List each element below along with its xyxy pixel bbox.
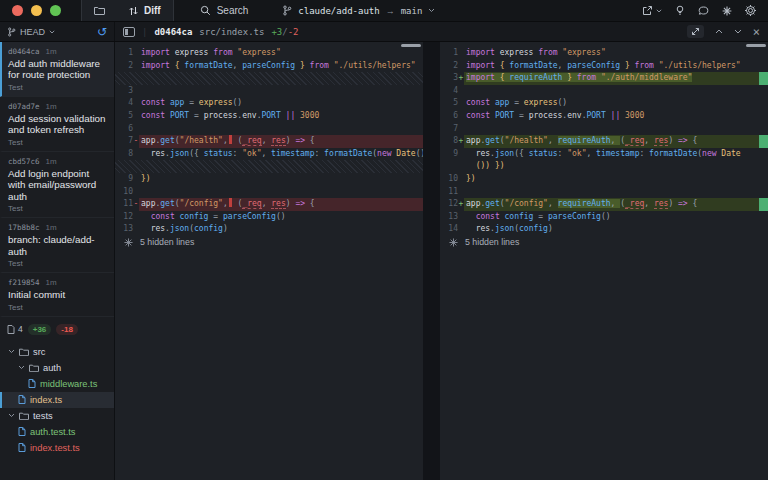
line-number-gutter: 5 <box>440 97 464 110</box>
chevron-down-icon[interactable] <box>8 349 15 354</box>
diff-line: 6 <box>115 123 423 136</box>
history-button[interactable]: ↺ <box>97 26 107 38</box>
scrollbar-thumb[interactable] <box>746 44 766 47</box>
commit-item-f219854[interactable]: f2198541mInitial commitTest <box>0 273 114 316</box>
tab-files[interactable] <box>82 0 117 21</box>
folder-icon <box>29 364 39 372</box>
minimize-window-button[interactable] <box>31 5 42 16</box>
diff-line: 14 res.json(config) <box>440 223 768 236</box>
code-text: res.json(config) <box>139 223 423 236</box>
tree-item-tests[interactable]: tests <box>0 408 114 424</box>
line-number-gutter: 3+ <box>440 72 464 85</box>
tree-item-label: auth.test.ts <box>30 427 75 437</box>
line-number-gutter: 11 <box>440 186 464 199</box>
diff-compare-icon <box>129 6 138 16</box>
commit-age: 1m <box>46 223 57 232</box>
diff-line-added: 12+app.get("/config", requireAuth, (_req… <box>440 198 768 211</box>
line-number-gutter: 2 <box>440 60 464 73</box>
diff-line: 3 <box>115 85 423 98</box>
code-text: app.get("/config", requireAuth, (_req, r… <box>464 198 768 211</box>
pane-divider[interactable] <box>423 42 440 480</box>
commit-hash: d0464ca <box>154 27 192 37</box>
chevron-down-icon[interactable] <box>18 365 25 370</box>
diff-pane-after: 1import express from "express"2import { … <box>440 42 768 480</box>
code-text <box>464 186 768 199</box>
close-window-button[interactable] <box>12 5 23 16</box>
code-text <box>464 123 768 136</box>
line-number-gutter: 7- <box>115 135 139 148</box>
diff-line: 9}) <box>115 173 423 186</box>
arrow-right-icon: → <box>386 6 395 16</box>
spark-asterisk-icon[interactable] <box>722 6 732 16</box>
line-number-gutter: 8 <box>115 148 139 161</box>
diff-line: 4const app = express() <box>115 97 423 110</box>
expand-diff-button[interactable] <box>687 25 704 38</box>
search-button[interactable]: Search <box>200 0 249 21</box>
diff-line: 6const PORT = process.env.PORT || 3000 <box>440 110 768 123</box>
main-area: d0464ca1mAdd auth middleware for route p… <box>0 42 768 480</box>
typescript-file-icon <box>18 395 26 404</box>
commit-title: branch: claude/add-auth <box>8 234 108 257</box>
commit-age: 1m <box>46 157 57 166</box>
tree-item-index-test-ts[interactable]: index.test.ts <box>0 440 114 456</box>
diff-stats: 4 +36 -18 <box>0 317 114 342</box>
previous-change-button[interactable] <box>715 29 723 34</box>
branch-compare-widget[interactable]: claude/add-auth → main <box>282 0 435 21</box>
code-text: res.json({ status: "ok", timestamp: form… <box>464 148 768 161</box>
hidden-lines-label: 5 hidden lines <box>140 236 194 249</box>
tree-item-index-ts[interactable]: index.ts <box>0 392 114 408</box>
comments-button[interactable] <box>698 6 709 16</box>
hidden-lines-row[interactable]: 5 hidden lines <box>115 236 423 249</box>
diff-line: 10}) <box>440 173 768 186</box>
code-text: app.get("/health", (_req, res) => { <box>139 135 423 148</box>
code-text: import { formatDate, parseConfig } from … <box>139 60 423 73</box>
lightbulb-button[interactable] <box>675 5 685 16</box>
titlebar-actions <box>642 0 768 21</box>
tree-item-auth[interactable]: auth <box>0 360 114 376</box>
line-number-gutter: 4 <box>440 85 464 98</box>
close-diff-button[interactable]: × <box>753 26 760 38</box>
folder-icon <box>94 6 105 15</box>
spark-asterisk-icon <box>124 238 140 247</box>
code-text <box>464 85 768 98</box>
code-text <box>139 123 423 136</box>
settings-gear-icon[interactable] <box>745 5 756 16</box>
git-branch-icon <box>282 5 292 16</box>
overview-ruler-added-mark <box>759 198 768 211</box>
line-number-gutter: 2 <box>115 60 139 73</box>
code-text: const config = parseConfig() <box>139 211 423 224</box>
commit-item-d0464ca[interactable]: d0464ca1mAdd auth middleware for route p… <box>0 42 114 97</box>
code-text <box>139 186 423 199</box>
zoom-window-button[interactable] <box>50 5 61 16</box>
deletions-count: -2 <box>288 27 299 37</box>
commit-hash: 17b8b8c <box>8 223 40 232</box>
code-text: res.json(config) <box>464 223 768 236</box>
target-branch-label: main <box>401 6 423 16</box>
commit-item-d07ad7e[interactable]: d07ad7e1mAdd session validation and toke… <box>0 97 114 152</box>
open-external-button[interactable] <box>642 5 662 16</box>
commit-list: d0464ca1mAdd auth middleware for route p… <box>0 42 114 317</box>
hidden-lines-row[interactable]: 5 hidden lines <box>440 236 768 249</box>
tree-item-auth-test-ts[interactable]: auth.test.ts <box>0 424 114 440</box>
diff-line: 9 res.json({ status: "ok", timestamp: fo… <box>440 148 768 161</box>
diff-filler-row <box>115 160 423 173</box>
diff-line: 5const PORT = process.env.PORT || 3000 <box>115 110 423 123</box>
commit-item-cbd57c6[interactable]: cbd57c61mAdd login endpoint with email/p… <box>0 152 114 218</box>
tree-item-middleware-ts[interactable]: middleware.ts <box>0 376 114 392</box>
line-number-gutter: 10 <box>115 186 139 199</box>
commit-title: Add login endpoint with email/password a… <box>8 168 108 202</box>
chevron-down-icon[interactable] <box>8 413 15 418</box>
diff-filler-row <box>115 72 423 85</box>
line-number-gutter <box>440 160 464 173</box>
commit-item-17b8b8c[interactable]: 17b8b8c1mbranch: claude/add-authTest <box>0 218 114 273</box>
tree-item-src[interactable]: src <box>0 344 114 360</box>
scrollbar-thumb[interactable] <box>401 44 421 47</box>
tab-diff[interactable]: Diff <box>117 0 173 21</box>
tree-item-label: auth <box>43 363 61 373</box>
line-number-gutter: 8+ <box>440 135 464 148</box>
diff-line: 4 <box>440 85 768 98</box>
diff-line: 2import { formatDate, parseConfig } from… <box>440 60 768 73</box>
next-change-button[interactable] <box>734 29 742 34</box>
head-ref-dropdown[interactable]: HEAD ↺ <box>0 22 115 41</box>
panel-toggle-icon[interactable] <box>123 27 135 37</box>
